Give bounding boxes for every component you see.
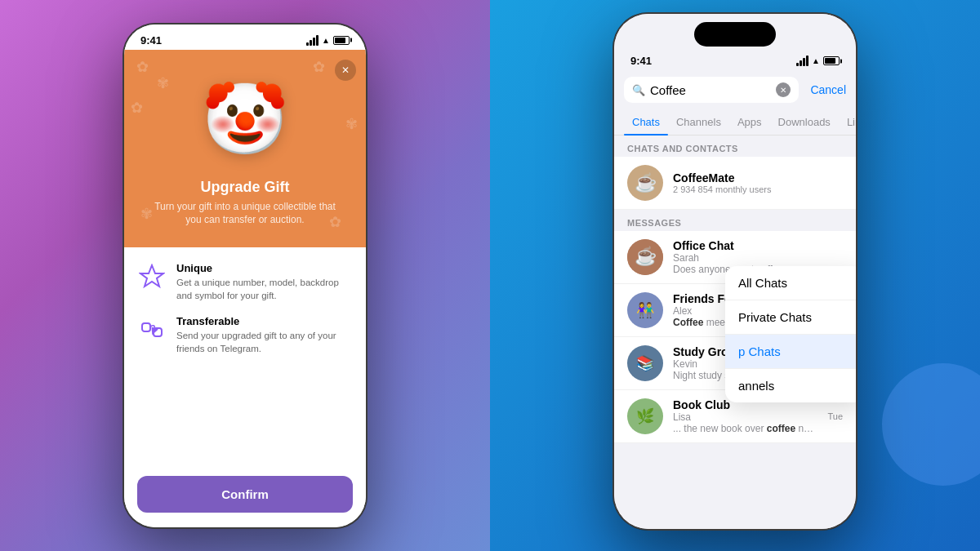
modal-subtitle: Turn your gift into a unique collectible… [140,200,350,228]
wifi-icon: ▲ [322,36,330,45]
svg-rect-1 [142,323,150,331]
search-icon: 🔍 [632,84,645,96]
tab-chats[interactable]: Chats [624,109,668,135]
signal-icon [306,35,318,46]
flower-deco-2: ✾ [157,74,169,92]
search-bar-container: 🔍 Coffee ✕ Cancel [614,70,856,109]
confirm-button[interactable]: Confirm [137,476,353,513]
modal-orange-section: ✿ ✾ ✿ ✾ ✿ ✿ ✾ ✕ 🤡 Upgrade Gift Turn your… [124,50,366,248]
highlight-text: coffee [767,423,795,434]
avatar: 📚 [627,345,663,381]
right-panel: 9:41 ▲ 🔍 [490,0,980,551]
list-item[interactable]: ☕ CoffeeMate 2 934 854 monthly users [614,157,856,210]
avatar: 👫 [627,292,663,328]
feature-unique: Unique Get a unique number, model, backd… [137,262,353,302]
avatar: 🌿 [627,398,663,434]
flower-deco-6: ✿ [131,99,143,117]
flower-deco-3: ✿ [313,58,325,76]
chat-time: Tue [827,411,843,421]
feature-unique-text: Unique Get a unique number, model, backd… [176,262,353,302]
feature-transferable-desc: Send your upgraded gift to any of your f… [176,329,353,355]
feature-transferable-text: Transferable Send your upgraded gift to … [176,315,353,355]
tab-downloads[interactable]: Downloads [770,109,839,135]
tab-apps[interactable]: Apps [729,109,770,135]
svg-marker-0 [140,265,163,287]
blue-circle-decoration [882,363,980,486]
transfer-icon [137,315,167,344]
avatar: ☕ [627,239,663,275]
chat-preview: Lisa... the new book over coffee next we… [673,411,817,434]
modal-title: Upgrade Gift [200,179,289,196]
feature-unique-title: Unique [176,262,353,274]
left-panel: 9:41 ▲ [0,0,490,551]
chat-name: CoffeeMate [673,171,843,184]
dropdown-item-all-chats[interactable]: All Chats [725,266,856,300]
highlight-text: Coffee [673,317,703,328]
flower-deco-1: ✿ [136,58,149,76]
gift-emoji: 🤡 [202,84,288,153]
search-clear-button[interactable]: ✕ [776,82,791,97]
feature-unique-desc: Get a unique number, model, backdrop and… [176,276,353,302]
gift-emoji-container: 🤡 [192,66,298,172]
chat-info: Book Club Lisa... the new book over coff… [673,398,817,434]
chat-name: Office Chat [673,239,843,252]
status-icons-right: ▲ [796,56,840,66]
flower-deco-5: ✿ [329,213,341,231]
modal-white-section: Unique Get a unique number, model, backd… [124,247,366,527]
dropdown-menu: All Chats Private Chats p Chats annels [725,266,856,402]
phone-right-screen: 9:41 ▲ 🔍 [614,14,856,529]
phone-right: 9:41 ▲ 🔍 [612,12,858,531]
avatar: ☕ [627,165,663,201]
messages-section-header: MESSAGES [614,210,856,231]
flower-deco-4: ✾ [140,205,153,223]
modal-area: ✿ ✾ ✿ ✾ ✿ ✿ ✾ ✕ 🤡 Upgrade Gift Turn your… [124,50,366,527]
phone-left: 9:41 ▲ [122,23,368,529]
dynamic-island [694,22,776,47]
battery-icon [333,36,350,45]
flower-deco-7: ✾ [345,115,358,133]
chats-section-header: CHATS AND CONTACTS [614,136,856,157]
battery-icon-right [823,56,840,65]
feature-transferable: Transferable Send your upgraded gift to … [137,315,353,355]
svg-text:☕: ☕ [635,245,657,267]
chat-info: CoffeeMate 2 934 854 monthly users [673,171,843,194]
search-bar[interactable]: 🔍 Coffee ✕ [624,77,799,103]
dropdown-item-private-chats[interactable]: Private Chats [725,300,856,335]
tab-links[interactable]: Links [839,109,856,135]
status-time-left: 9:41 [140,34,162,47]
tabs-container: Chats Channels Apps Downloads Links [614,109,856,136]
cancel-button[interactable]: Cancel [804,83,846,96]
feature-transferable-title: Transferable [176,315,353,327]
modal-close-button[interactable]: ✕ [335,60,356,81]
signal-icon-right [796,56,808,66]
status-icons-left: ▲ [306,35,350,46]
tab-channels[interactable]: Channels [668,109,729,135]
content-area: CHATS AND CONTACTS ☕ CoffeeMate 2 934 85… [614,136,856,529]
search-query-text: Coffee [650,83,771,97]
phone-left-screen: 9:41 ▲ [124,24,366,527]
status-time-right: 9:41 [630,55,652,67]
unique-icon [137,262,167,291]
dropdown-item-channels[interactable]: annels [725,369,856,402]
status-bar-left: 9:41 ▲ [124,24,366,50]
wifi-icon-right: ▲ [812,56,820,65]
dropdown-item-group-chats[interactable]: p Chats [725,335,856,369]
feature-list: Unique Get a unique number, model, backd… [137,262,353,355]
chat-sub: 2 934 854 monthly users [673,184,843,194]
contacts-list: ☕ CoffeeMate 2 934 854 monthly users [614,157,856,210]
